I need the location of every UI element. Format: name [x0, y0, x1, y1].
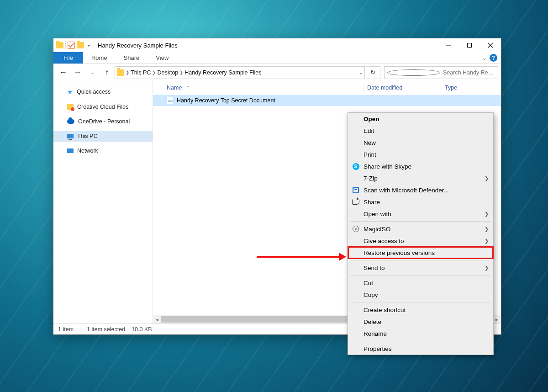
menu-item-restore-previous-versions[interactable]: Restore previous versions [348, 247, 493, 259]
help-icon[interactable]: ? [490, 54, 497, 62]
network-icon [67, 148, 74, 153]
menu-item-send-to[interactable]: Send to❯ [348, 262, 493, 274]
menu-item-share[interactable]: Share [348, 196, 493, 208]
scroll-left-icon[interactable]: ◂ [153, 317, 161, 323]
breadcrumb-current[interactable]: Handy Recovery Sample Files [184, 69, 261, 76]
menu-item-properties[interactable]: Properties [348, 343, 493, 355]
address-bar[interactable]: ❯ This PC ❯ Desktop ❯ Handy Recovery Sam… [115, 66, 365, 79]
ribbon-tabs: File Home Share View ⌄ ? [53, 52, 501, 64]
sidebar-item-label: Creative Cloud Files [77, 104, 129, 110]
qat-properties-icon[interactable] [68, 42, 75, 49]
chevron-right-icon[interactable]: ❯ [179, 70, 184, 75]
menu-item-open-with[interactable]: Open with❯ [348, 208, 493, 220]
column-header-type[interactable]: Type [441, 85, 457, 91]
chevron-right-icon: ❯ [485, 211, 489, 217]
sidebar-item-label: Network [77, 148, 98, 154]
chevron-right-icon: ❯ [485, 175, 489, 181]
sort-indicator-icon: ⌃ [186, 85, 190, 90]
menu-separator [350, 221, 491, 222]
disc-icon [353, 226, 359, 232]
skype-icon: S [353, 163, 359, 170]
cloud-icon [67, 119, 74, 124]
menu-item-edit[interactable]: Edit [348, 125, 493, 137]
menu-item-new[interactable]: New [348, 137, 493, 148]
document-icon [167, 97, 174, 104]
menu-item-open[interactable]: Open [348, 113, 493, 125]
qat-newfolder-icon[interactable] [77, 42, 84, 48]
file-name: Handy Recovery Top Secret Document [177, 97, 275, 104]
folder-icon [117, 69, 124, 76]
chevron-right-icon[interactable]: ❯ [125, 70, 130, 75]
menu-separator [350, 275, 491, 275]
forward-button[interactable]: → [71, 66, 84, 79]
navigation-pane: ★ Quick access Creative Cloud Files OneD… [53, 81, 153, 323]
file-tab[interactable]: File [53, 52, 83, 64]
file-row[interactable]: Handy Recovery Top Secret Document [153, 95, 501, 106]
sidebar-item-onedrive[interactable]: OneDrive - Personal [53, 116, 153, 127]
menu-item-defender[interactable]: Scan with Microsoft Defender... [348, 184, 493, 196]
qat-customize-dropdown[interactable]: ▾ [86, 43, 92, 48]
history-dropdown[interactable]: ⌄ [85, 66, 99, 79]
menu-item-rename[interactable]: Rename [348, 328, 493, 339]
menu-separator [350, 302, 491, 302]
menu-item-create-shortcut[interactable]: Create shortcut [348, 304, 493, 316]
status-selection-count: 1 item selected [87, 326, 125, 333]
chevron-right-icon: ❯ [485, 238, 489, 244]
menu-item-print[interactable]: Print [348, 148, 493, 160]
menu-item-give-access-to[interactable]: Give access to❯ [348, 235, 493, 247]
ribbon-expand-icon[interactable]: ⌄ [482, 55, 487, 61]
creative-cloud-icon [67, 104, 74, 110]
scroll-right-icon[interactable]: ▸ [493, 317, 501, 323]
status-selection-size: 10.0 KB [132, 326, 152, 333]
star-icon: ★ [67, 88, 73, 95]
status-item-count: 1 item [58, 326, 74, 333]
breadcrumb-this-pc[interactable]: This PC [131, 69, 151, 76]
share-icon [352, 199, 359, 205]
chevron-right-icon[interactable]: ❯ [152, 70, 156, 75]
sidebar-item-this-pc[interactable]: This PC [53, 131, 153, 142]
tab-home[interactable]: Home [83, 52, 116, 64]
separator [65, 41, 66, 49]
column-header-name[interactable]: Name [167, 85, 182, 91]
app-icon [56, 42, 63, 48]
window-title: Handy Recovery Sample Files [98, 42, 178, 49]
navigation-toolbar: ← → ⌄ ↑ ❯ This PC ❯ Desktop ❯ Handy Reco… [53, 64, 501, 81]
breadcrumb-desktop[interactable]: Desktop [157, 69, 178, 76]
menu-item-cut[interactable]: Cut [348, 277, 493, 289]
minimize-button[interactable] [438, 38, 459, 52]
menu-item-share-skype[interactable]: S Share with Skype [348, 160, 493, 172]
menu-item-magiciso[interactable]: MagicISO❯ [348, 223, 493, 235]
monitor-icon [67, 134, 74, 138]
sidebar-item-label: OneDrive - Personal [78, 118, 130, 125]
menu-item-copy[interactable]: Copy [348, 289, 493, 301]
column-headers: Name ⌃ Date modified Type [153, 81, 501, 94]
title-bar: ▾ Handy Recovery Sample Files [53, 38, 501, 52]
search-input[interactable]: Search Handy Recovery Sample Fil... [384, 66, 498, 79]
sidebar-item-creative-cloud[interactable]: Creative Cloud Files [53, 101, 153, 112]
column-header-date[interactable]: Date modified [363, 85, 441, 91]
scrollbar-thumb[interactable] [161, 316, 347, 323]
svg-rect-1 [468, 43, 472, 48]
up-button[interactable]: ↑ [100, 66, 114, 79]
menu-item-7zip[interactable]: 7-Zip❯ [348, 172, 493, 184]
refresh-button[interactable]: ↻ [366, 66, 380, 79]
chevron-right-icon: ❯ [485, 265, 489, 271]
chevron-right-icon: ❯ [485, 226, 489, 232]
menu-separator [350, 341, 491, 341]
sidebar-item-quick-access[interactable]: ★ Quick access [53, 86, 153, 98]
shield-icon [353, 187, 359, 193]
sidebar-item-label: This PC [77, 133, 97, 139]
menu-separator [350, 260, 491, 260]
context-menu: Open Edit New Print S Share with Skype 7… [348, 112, 494, 355]
sidebar-item-label: Quick access [77, 89, 111, 95]
menu-item-delete[interactable]: Delete [348, 316, 493, 328]
tab-share[interactable]: Share [116, 52, 148, 64]
tab-view[interactable]: View [148, 52, 177, 64]
back-button[interactable]: ← [56, 66, 70, 79]
maximize-button[interactable] [459, 38, 480, 52]
close-button[interactable] [480, 38, 501, 52]
search-placeholder: Search Handy Recovery Sample Fil... [443, 69, 495, 76]
search-icon [387, 69, 440, 76]
sidebar-item-network[interactable]: Network [53, 145, 153, 156]
address-dropdown[interactable]: ⌄ [359, 70, 363, 75]
